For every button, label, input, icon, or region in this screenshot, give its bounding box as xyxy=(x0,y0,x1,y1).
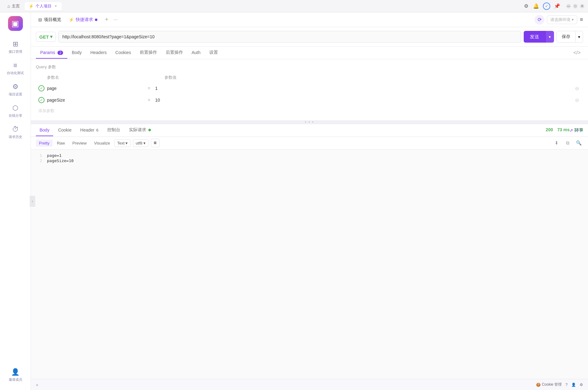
titlebar-tabs: ⌂ 主页 ⚡ 个人项目 ✕ xyxy=(4,2,523,10)
check-circle-icon[interactable]: ✓ xyxy=(543,2,550,10)
param-delete-page[interactable]: ⊖ xyxy=(573,85,581,92)
request-tabs: Params 2 Body Headers Cookies 前置操作 后置操作 … xyxy=(31,47,588,59)
project-overview-tab[interactable]: ⊟ 项目概览 xyxy=(36,16,64,24)
env-placeholder: 请选择环境 xyxy=(550,17,570,23)
close-window-button[interactable]: ✕ xyxy=(580,4,584,8)
quick-request-label: 快捷请求 xyxy=(76,17,93,23)
resizer-dots: • • • xyxy=(305,120,314,124)
user-profile-button[interactable]: 👤 xyxy=(571,383,576,387)
tab-auth[interactable]: Auth xyxy=(187,47,205,59)
more-tabs-button[interactable]: ··· xyxy=(113,17,117,23)
home-icon: ⌂ xyxy=(7,4,10,9)
params-table: 参数名 参数值 ✓ page = 1 ⊖ xyxy=(36,73,583,115)
download-icon: ⬇ xyxy=(555,140,559,146)
header-right: ⟳ 请选择环境 ▾ ≡ xyxy=(535,15,583,25)
tab-post-operation[interactable]: 后置操作 xyxy=(161,47,187,59)
tab-home[interactable]: ⌂ 主页 xyxy=(4,2,23,10)
type-dropdown-icon: ▾ xyxy=(126,141,128,145)
response-tabs: Body Cookie Header 6 控制台 实际请求 xyxy=(31,124,588,137)
bell-icon[interactable]: 🔔 xyxy=(533,3,539,9)
pin-icon[interactable]: 📌 xyxy=(554,3,560,9)
help-icon: ? xyxy=(565,383,568,387)
project-tab-label: 个人项目 xyxy=(36,3,52,9)
resp-tab-console[interactable]: 控制台 xyxy=(104,124,124,136)
sidebar-item-request-history[interactable]: ⏱ 请求历史 xyxy=(3,122,28,142)
response-body: 1 page=1 2 pageSize=10 xyxy=(36,153,583,163)
maximize-button[interactable]: □ xyxy=(573,4,577,8)
sidebar-item-online-share[interactable]: ⬡ 在线分享 xyxy=(3,101,28,121)
url-input[interactable] xyxy=(58,31,521,43)
add-param-button[interactable]: 添加参数 xyxy=(36,106,583,115)
actual-request-dot xyxy=(148,129,151,131)
sidebar-item-api-management[interactable]: ⊞ 接口管理 xyxy=(3,37,28,57)
reload-button[interactable]: ⟳ xyxy=(535,15,544,25)
param-value-pagesize: 10 xyxy=(155,98,573,103)
resp-tab-body[interactable]: Body xyxy=(36,124,53,136)
more-icon: ··· xyxy=(113,17,117,22)
hamburger-menu-button[interactable]: ≡ xyxy=(580,16,583,23)
tab-project[interactable]: ⚡ 个人项目 ✕ xyxy=(25,2,62,10)
environment-selector[interactable]: 请选择环境 ▾ xyxy=(547,15,577,24)
minus-icon: ⊖ xyxy=(575,97,579,103)
wrap-toggle[interactable]: ≡ xyxy=(151,139,160,147)
settings-icon[interactable]: ⚙ xyxy=(523,3,529,9)
format-raw[interactable]: Raw xyxy=(54,140,68,147)
param-checkbox-page[interactable]: ✓ xyxy=(38,85,45,91)
resp-tab-actual-request[interactable]: 实际请求 xyxy=(125,124,155,136)
header-badge: 6 xyxy=(96,128,98,132)
copy-button[interactable]: ⧉ xyxy=(563,139,572,147)
col-value-header: 参数值 xyxy=(164,75,581,80)
project-overview-label: 项目概览 xyxy=(44,17,61,23)
tab-cookies[interactable]: Cookies xyxy=(111,47,135,59)
sidebar-toggle-button[interactable]: ‹ xyxy=(30,196,35,207)
online-share-icon: ⬡ xyxy=(12,104,18,112)
encoding-selector[interactable]: utf8 ▾ xyxy=(133,139,148,147)
sidebar-item-auto-test[interactable]: ≡ 自动化测试 xyxy=(3,58,28,78)
response-area: Body Cookie Header 6 控制台 实际请求 xyxy=(31,124,588,379)
project-settings-icon: ⚙ xyxy=(12,83,19,91)
tab-pre-operation[interactable]: 前置操作 xyxy=(135,47,161,59)
help-button[interactable]: ? xyxy=(565,383,568,387)
sidebar-item-project-settings[interactable]: ⚙ 项目设置 xyxy=(3,80,28,100)
resp-tab-header[interactable]: Header 6 xyxy=(77,124,102,136)
response-toolbar: Pretty Raw Preview Visualize Text ▾ utf8 xyxy=(31,137,588,149)
type-label: Text xyxy=(117,141,125,145)
encoding-label: utf8 xyxy=(136,141,143,145)
format-preview[interactable]: Preview xyxy=(69,140,90,147)
tab-body[interactable]: Body xyxy=(67,47,86,59)
bottom-settings-button[interactable]: ⚙ xyxy=(580,383,583,387)
param-delete-pagesize[interactable]: ⊖ xyxy=(573,96,581,104)
tab-settings[interactable]: 设置 xyxy=(205,47,222,59)
panel-resizer[interactable]: • • • xyxy=(31,120,588,124)
tab-headers[interactable]: Headers xyxy=(86,47,111,59)
send-dropdown-button[interactable]: ▾ xyxy=(545,31,554,43)
response-time: 73 ms xyxy=(557,127,570,132)
sidebar-item-invite-members[interactable]: 👤 邀请成员 xyxy=(3,365,28,385)
response-size: 18 B xyxy=(574,127,583,132)
send-button[interactable]: 发送 xyxy=(524,31,545,43)
code-icon: </> xyxy=(573,50,581,55)
cookie-manager-button[interactable]: 🍪 Cookie 管理 xyxy=(536,382,562,387)
code-view-button[interactable]: </> xyxy=(571,48,583,58)
save-button[interactable]: 保存 xyxy=(556,31,576,43)
format-visualize[interactable]: Visualize xyxy=(91,140,113,147)
type-selector[interactable]: Text ▾ xyxy=(114,139,130,147)
tab-close-button[interactable]: ✕ xyxy=(53,4,58,8)
save-dropdown-button[interactable]: ▾ xyxy=(576,31,583,43)
download-button[interactable]: ⬇ xyxy=(552,139,561,147)
tab-params[interactable]: Params 2 xyxy=(36,47,67,59)
method-selector[interactable]: GET ▾ xyxy=(36,32,56,42)
quick-request-tab[interactable]: ⚡ 快捷请求 xyxy=(66,16,100,24)
param-checkbox-pagesize[interactable]: ✓ xyxy=(38,97,45,103)
add-tab-button[interactable]: + xyxy=(102,15,111,24)
add-icon: + xyxy=(105,16,109,23)
response-tabs-wrapper: Body Cookie Header 6 控制台 实际请求 xyxy=(31,124,588,137)
search-button[interactable]: 🔍 xyxy=(574,139,583,147)
format-pretty[interactable]: Pretty xyxy=(36,140,53,147)
search-icon: 🔍 xyxy=(576,140,582,146)
resp-tab-cookie[interactable]: Cookie xyxy=(54,124,75,136)
expand-button[interactable]: » xyxy=(36,382,38,387)
minimize-button[interactable]: — xyxy=(566,4,571,8)
copy-icon: ⧉ xyxy=(566,140,569,146)
hamburger-icon: ≡ xyxy=(580,16,583,23)
